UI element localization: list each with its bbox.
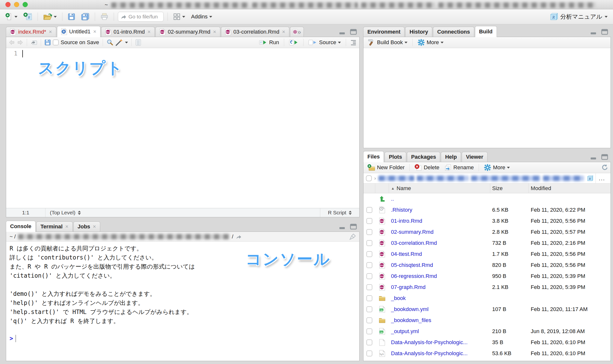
new-file-button[interactable]: [4, 12, 19, 22]
file-link[interactable]: Data-Analysis-for-Psychologic...: [389, 350, 490, 357]
folder-link[interactable]: _bookdown_files: [389, 317, 490, 324]
file-checkbox[interactable]: [366, 284, 372, 290]
file-link[interactable]: 05-chisqtest.Rmd: [389, 262, 490, 268]
redacted-path-segment[interactable]: [471, 176, 541, 181]
build-book-button[interactable]: Build Book: [366, 38, 409, 47]
header-size[interactable]: Size: [490, 183, 529, 193]
tab-index-rmd[interactable]: Rmd index.Rmd* ×: [6, 27, 56, 37]
file-link[interactable]: Data-Analysis-for-Psychologic...: [389, 339, 490, 346]
file-checkbox[interactable]: [366, 251, 372, 257]
save-icon[interactable]: [44, 39, 51, 46]
file-link[interactable]: 04-ttest.Rmd: [389, 251, 490, 257]
file-checkbox[interactable]: [366, 273, 372, 279]
close-tab-icon[interactable]: ×: [49, 29, 52, 35]
forward-icon[interactable]: [17, 39, 23, 45]
build-more-button[interactable]: More: [416, 38, 445, 47]
tab-terminal[interactable]: Terminal ×: [36, 221, 73, 232]
tab-build[interactable]: Build: [475, 26, 497, 37]
files-more-button[interactable]: More: [482, 163, 511, 172]
popout-icon[interactable]: [30, 39, 37, 46]
source-button[interactable]: Source: [307, 38, 342, 47]
save-all-button[interactable]: [80, 12, 91, 22]
file-link[interactable]: .Rhistory: [389, 207, 490, 213]
rename-button[interactable]: Rename: [443, 163, 475, 172]
compile-report-icon[interactable]: [135, 39, 141, 46]
print-button[interactable]: [99, 12, 110, 21]
document-outline-icon[interactable]: [349, 39, 357, 45]
project-selector[interactable]: R 分析マニュアル: [548, 12, 609, 22]
close-tab-icon[interactable]: ×: [93, 223, 96, 230]
tab-history[interactable]: History: [405, 27, 432, 37]
tab-overflow-button[interactable]: »: [290, 27, 304, 37]
file-type-selector[interactable]: R Script: [320, 208, 359, 217]
new-folder-button[interactable]: New Folder: [366, 163, 406, 172]
scope-selector[interactable]: (Top Level): [45, 208, 85, 217]
refresh-icon[interactable]: [601, 164, 608, 171]
find-replace-icon[interactable]: [106, 39, 113, 46]
tab-02-summary[interactable]: Rmd 02-summary.Rmd ×: [155, 27, 220, 37]
file-link[interactable]: ..: [389, 196, 490, 202]
minimize-pane-icon[interactable]: [339, 224, 346, 230]
addins-button[interactable]: Addins: [190, 13, 214, 21]
file-link[interactable]: _bookdown.yml: [389, 306, 490, 312]
file-link[interactable]: 07-graph.Rmd: [389, 284, 490, 290]
tab-viewer[interactable]: Viewer: [462, 152, 488, 162]
goto-file-search[interactable]: [118, 12, 164, 22]
maximize-pane-icon[interactable]: [601, 29, 608, 35]
source-editor[interactable]: 1 スクリプト: [6, 48, 359, 208]
source-caret[interactable]: [338, 42, 341, 43]
file-link[interactable]: 06-regression.Rmd: [389, 273, 490, 279]
close-tab-icon[interactable]: ×: [65, 223, 69, 230]
file-link[interactable]: _output.yml: [389, 328, 490, 335]
console-output[interactable]: コンソール R は多くの貢献者による共同プロジェクトです。 詳しくは 'cont…: [6, 242, 359, 361]
file-checkbox[interactable]: [366, 295, 372, 301]
path-ellipsis-button[interactable]: ...: [596, 173, 608, 183]
save-button[interactable]: [66, 12, 77, 21]
pane-layout-button[interactable]: [172, 12, 187, 21]
file-checkbox[interactable]: [366, 218, 372, 224]
tab-files[interactable]: Files: [363, 151, 384, 162]
file-checkbox[interactable]: [366, 262, 372, 268]
back-icon[interactable]: [9, 39, 15, 45]
maximize-pane-icon[interactable]: [601, 154, 608, 160]
file-checkbox[interactable]: [366, 240, 372, 246]
tab-console[interactable]: Console: [6, 221, 36, 232]
open-directory-arrow-icon[interactable]: [236, 234, 242, 239]
code-tools-caret[interactable]: [125, 42, 128, 43]
file-checkbox[interactable]: [366, 207, 372, 213]
header-name[interactable]: ▲ Name: [389, 183, 490, 193]
tab-01-intro[interactable]: Rmd 01-intro.Rmd ×: [101, 27, 155, 37]
file-checkbox[interactable]: [366, 306, 372, 312]
file-link[interactable]: 02-summary.Rmd: [389, 229, 490, 235]
minimize-pane-icon[interactable]: [339, 29, 346, 35]
redacted-path-segment[interactable]: [378, 176, 415, 181]
maximize-pane-icon[interactable]: [350, 29, 357, 35]
close-tab-icon[interactable]: ×: [213, 29, 216, 35]
new-project-button[interactable]: R: [22, 12, 34, 22]
code-tools-wand-icon[interactable]: [115, 39, 123, 46]
rerun-button[interactable]: [288, 38, 300, 47]
source-on-save-checkbox[interactable]: [53, 39, 59, 45]
close-tab-icon[interactable]: ×: [282, 29, 285, 35]
close-tab-icon[interactable]: ×: [93, 28, 96, 35]
run-button[interactable]: Run: [258, 38, 280, 47]
close-tab-icon[interactable]: ×: [147, 29, 151, 35]
redacted-path-segment[interactable]: [417, 176, 468, 181]
tab-environment[interactable]: Environment: [363, 27, 404, 37]
minimize-window-button[interactable]: [14, 2, 19, 7]
tab-connections[interactable]: Connections: [433, 27, 474, 37]
tab-help[interactable]: Help: [441, 152, 461, 162]
select-all-checkbox[interactable]: [366, 175, 372, 181]
minimize-pane-icon[interactable]: [590, 29, 598, 35]
delete-button[interactable]: Delete: [413, 163, 441, 172]
header-modified[interactable]: Modified: [529, 183, 611, 193]
file-checkbox[interactable]: [366, 339, 372, 345]
clear-console-icon[interactable]: [349, 234, 356, 240]
tab-03-correlation[interactable]: Rmd 03-correlation.Rmd ×: [221, 27, 289, 37]
file-link[interactable]: 03-correlation.Rmd: [389, 240, 490, 246]
file-checkbox[interactable]: [366, 351, 372, 356]
tab-untitled1[interactable]: R Untitled1 ×: [57, 26, 101, 37]
open-file-button[interactable]: [42, 12, 58, 21]
file-link[interactable]: 01-intro.Rmd: [389, 218, 490, 224]
goto-file-input[interactable]: [128, 14, 158, 20]
